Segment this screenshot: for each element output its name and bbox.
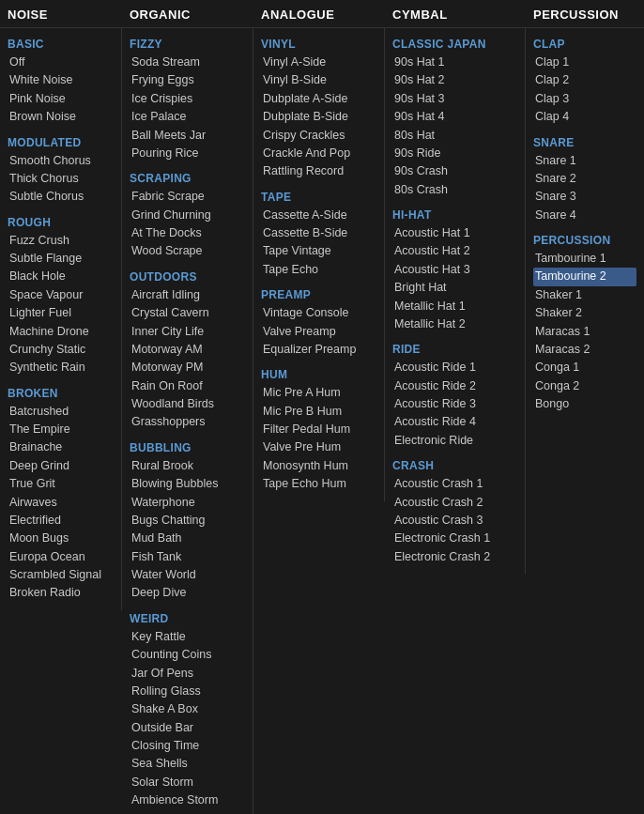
list-item[interactable]: Counting Coins [130, 646, 245, 664]
list-item[interactable]: Key Rattle [130, 628, 245, 646]
list-item[interactable]: White Noise [8, 71, 114, 89]
list-item[interactable]: Acoustic Ride 3 [392, 395, 517, 413]
list-item[interactable]: Off [8, 54, 114, 71]
list-item[interactable]: 90s Crash [392, 162, 517, 180]
list-item[interactable]: Grind Churning [130, 207, 245, 224]
list-item[interactable]: Shaker 2 [533, 304, 636, 322]
list-item[interactable]: Subtle Flange [8, 250, 114, 268]
list-item[interactable]: Space Vapour [8, 286, 114, 304]
list-item[interactable]: Woodland Birds [130, 395, 245, 413]
list-item[interactable]: Mic Pre A Hum [261, 384, 376, 402]
list-item[interactable]: Motorway PM [130, 359, 245, 376]
list-item[interactable]: Clap 4 [533, 108, 636, 126]
list-item[interactable]: Monosynth Hum [261, 457, 376, 475]
list-item[interactable]: Acoustic Ride 1 [392, 359, 517, 376]
list-item[interactable]: Dubplate B-Side [261, 108, 376, 126]
list-item[interactable]: Crispy Crackles [261, 127, 376, 145]
list-item[interactable]: Vinyl A-Side [261, 54, 376, 71]
list-item[interactable]: At The Docks [130, 224, 245, 242]
list-item[interactable]: Soda Stream [130, 54, 245, 71]
list-item[interactable]: Acoustic Hat 1 [392, 224, 517, 242]
list-item[interactable]: Acoustic Crash 3 [392, 512, 517, 530]
list-item[interactable]: The Empire [8, 421, 114, 438]
list-item[interactable]: Tape Vintage [261, 242, 376, 260]
list-item[interactable]: Brainache [8, 438, 114, 456]
list-item[interactable]: 80s Crash [392, 181, 517, 199]
list-item[interactable]: Clap 3 [533, 90, 636, 108]
list-item[interactable]: Motorway AM [130, 341, 245, 359]
list-item[interactable]: Metallic Hat 2 [392, 315, 517, 333]
list-item[interactable]: Fuzz Crush [8, 232, 114, 250]
list-item[interactable]: Cassette A-Side [261, 207, 376, 224]
list-item[interactable]: Pink Noise [8, 90, 114, 108]
list-item[interactable]: Outside Bar [130, 719, 245, 737]
list-item[interactable]: Dubplate A-Side [261, 90, 376, 108]
list-item[interactable]: Ball Meets Jar [130, 127, 245, 145]
list-item[interactable]: Fabric Scrape [130, 188, 245, 206]
list-item[interactable]: Shake A Box [130, 700, 245, 718]
list-item[interactable]: Valve Preamp [261, 323, 376, 341]
list-item[interactable]: Tape Echo [261, 261, 376, 279]
list-item[interactable]: Valve Pre Hum [261, 438, 376, 456]
list-item[interactable]: Lighter Fuel [8, 304, 114, 322]
list-item[interactable]: Fish Tank [130, 548, 245, 566]
list-item[interactable]: Maracas 2 [533, 341, 636, 359]
list-item[interactable]: Rattling Record [261, 162, 376, 180]
list-item[interactable]: Tape Echo Hum [261, 475, 376, 493]
list-item[interactable]: 90s Ride [392, 145, 517, 162]
list-item[interactable]: Shaker 1 [533, 286, 636, 304]
list-item[interactable]: Acoustic Hat 2 [392, 242, 517, 260]
list-item[interactable]: Wood Scrape [130, 242, 245, 260]
list-item[interactable]: Acoustic Crash 1 [392, 475, 517, 493]
list-item[interactable]: Snare 3 [533, 188, 636, 206]
list-item[interactable]: Electronic Crash 1 [392, 530, 517, 547]
list-item[interactable]: Acoustic Crash 2 [392, 494, 517, 512]
list-item[interactable]: Pouring Rice [130, 145, 245, 162]
list-item[interactable]: Conga 1 [533, 359, 636, 376]
list-item[interactable]: 90s Hat 4 [392, 108, 517, 126]
list-item[interactable]: Equalizer Preamp [261, 341, 376, 359]
list-item[interactable]: 80s Hat [392, 127, 517, 145]
list-item[interactable]: Ice Palace [130, 108, 245, 126]
list-item[interactable]: Aircraft Idling [130, 286, 245, 304]
list-item[interactable]: Filter Pedal Hum [261, 421, 376, 438]
list-item[interactable]: Moon Bugs [8, 530, 114, 547]
list-item[interactable]: Bongo [533, 395, 636, 413]
list-item[interactable]: Acoustic Ride 4 [392, 413, 517, 431]
list-item[interactable]: Clap 2 [533, 71, 636, 89]
list-item[interactable]: Scrambled Signal [8, 566, 114, 584]
list-item[interactable]: True Grit [8, 475, 114, 493]
list-item[interactable]: Rolling Glass [130, 683, 245, 700]
list-item[interactable]: Ambience Storm [130, 791, 245, 809]
list-item[interactable]: Snare 4 [533, 207, 636, 224]
list-item[interactable]: Batcrushed [8, 403, 114, 421]
list-item[interactable]: Jar Of Pens [130, 665, 245, 683]
list-item[interactable]: Black Hole [8, 268, 114, 285]
list-item[interactable]: 90s Hat 2 [392, 71, 517, 89]
list-item[interactable]: 90s Hat 3 [392, 90, 517, 108]
list-item[interactable]: Crackle And Pop [261, 145, 376, 162]
list-item[interactable]: Rain On Roof [130, 377, 245, 395]
list-item[interactable]: Thick Chorus [8, 170, 114, 188]
list-item[interactable]: Inner City Life [130, 323, 245, 341]
list-item[interactable]: Deep Dive [130, 584, 245, 602]
list-item[interactable]: Solar Storm [130, 774, 245, 791]
list-item[interactable]: Maracas 1 [533, 323, 636, 341]
list-item[interactable]: Europa Ocean [8, 548, 114, 566]
list-item[interactable]: Acoustic Hat 3 [392, 261, 517, 279]
list-item[interactable]: Sea Shells [130, 755, 245, 773]
list-item[interactable]: Mic Pre B Hum [261, 403, 376, 421]
list-item[interactable]: Smooth Chorus [8, 152, 114, 170]
list-item[interactable]: Ice Crispies [130, 90, 245, 108]
list-item[interactable]: Subtle Chorus [8, 188, 114, 206]
list-item[interactable]: Deep Grind [8, 457, 114, 475]
list-item[interactable]: Blowing Bubbles [130, 475, 245, 493]
list-item[interactable]: Acoustic Ride 2 [392, 377, 517, 395]
list-item[interactable]: Broken Radio [8, 584, 114, 602]
list-item[interactable]: Electrified [8, 512, 114, 530]
list-item[interactable]: Crunchy Static [8, 341, 114, 359]
list-item[interactable]: Tambourine 1 [533, 250, 636, 268]
list-item[interactable]: Water World [130, 566, 245, 584]
list-item[interactable]: Vinyl B-Side [261, 71, 376, 89]
list-item[interactable]: Snare 1 [533, 152, 636, 170]
